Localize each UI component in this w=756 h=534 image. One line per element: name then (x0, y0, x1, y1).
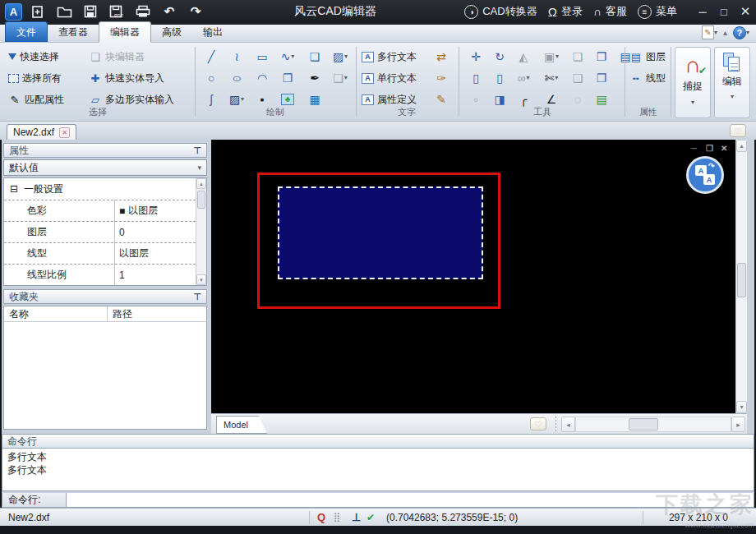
property-grid-scrollbar[interactable]: ▴ ▾ (196, 178, 206, 285)
document-tab[interactable]: New2.dxf ✕ (7, 124, 76, 140)
select-all-button[interactable]: 选择所有 (8, 69, 62, 87)
copy-objects-button[interactable]: ❑ (567, 69, 588, 87)
scroll-down-button[interactable]: ▾ (736, 401, 747, 413)
properties-preset-dropdown[interactable]: 默认值 ▾ (3, 159, 207, 176)
scrollbar-thumb[interactable] (197, 191, 205, 209)
property-row-layer[interactable]: 图层 0 (4, 221, 196, 242)
close-button[interactable]: ✕ (735, 1, 756, 22)
collapse-group-icon: ⊟ (7, 184, 21, 194)
drawing-canvas[interactable]: ─ ❐ ✕ A ↷ A (211, 140, 735, 413)
ellipse-tool-button[interactable]: ○ (226, 69, 247, 87)
selected-solid-rectangle[interactable] (278, 186, 483, 279)
arc-tool-button[interactable]: ◠ (251, 69, 273, 87)
text-scale-button[interactable]: ⇄ (431, 48, 452, 66)
property-group-row[interactable]: ⊟ 一般设置 (4, 178, 196, 200)
quick-entity-import-button[interactable]: ✚ 快速实体导入 (89, 69, 164, 87)
favorites-col-path[interactable]: 路径 (108, 307, 132, 321)
command-history[interactable]: 多行文本 多行文本 (2, 449, 754, 491)
canvas-hscrollbar[interactable] (575, 417, 731, 432)
link-tool-button[interactable]: ∞▾ (513, 69, 534, 87)
redo-button[interactable]: ↷ (185, 2, 206, 21)
rectangle-tool-button[interactable]: ▭ (251, 48, 273, 66)
mtext-button[interactable]: A 多行文本 (362, 48, 417, 66)
open-file-button[interactable] (53, 2, 75, 21)
property-row-linetype[interactable]: 线型 以图层 (4, 242, 196, 264)
grid-toggle-icon[interactable]: ⣿ (334, 512, 340, 522)
rotate-tool-button[interactable]: ↻ (489, 48, 510, 66)
extend-tool-button[interactable]: ▯ (489, 69, 510, 87)
pin-icon[interactable]: ⊤ (193, 292, 201, 302)
cad-converter-button[interactable]: CAD转换器 (482, 4, 537, 19)
canvas-vscrollbar[interactable]: ▴ ▾ (735, 140, 747, 413)
menu-button[interactable]: 菜单 (656, 4, 677, 19)
linetype-button[interactable]: ╍ 线型 (629, 69, 666, 87)
minimize-button[interactable]: ─ (692, 1, 713, 22)
print-button[interactable] (132, 2, 154, 21)
scroll-up-button[interactable]: ▴ (196, 178, 206, 189)
scrollbar-thumb[interactable] (629, 418, 658, 430)
block-sync-button[interactable]: ❐ (591, 69, 612, 87)
tab-advanced[interactable]: 高级 (151, 22, 192, 42)
offset-tool-button[interactable]: ▣▾ (541, 48, 562, 66)
text-edit-button[interactable]: ✑ (431, 69, 452, 87)
block-editor-button[interactable]: ❑ 块编辑器 (89, 48, 145, 66)
collapse-ribbon-button[interactable]: ▴ (723, 28, 727, 37)
model-tab[interactable]: Model (216, 416, 267, 434)
scroll-up-button[interactable]: ▴ (736, 140, 747, 152)
cut-tool-button[interactable]: ✄▾ (541, 69, 562, 87)
document-close-button[interactable]: ✕ (59, 127, 70, 138)
scroll-left-button[interactable]: ◂ (561, 417, 575, 432)
translate-button[interactable]: A ↷ A (686, 156, 724, 194)
favorites-list[interactable] (3, 322, 207, 430)
quick-select-button[interactable]: 快速选择 (8, 48, 59, 66)
ortho-toggle-icon[interactable]: ⊥ (352, 511, 361, 523)
pin-icon[interactable]: ⊤ (193, 145, 201, 156)
login-button[interactable]: 登录 (561, 4, 583, 19)
snap-toggle-icon[interactable]: Q (317, 511, 325, 523)
region-tool-button[interactable]: ▨▾ (330, 48, 351, 66)
block-copy-button[interactable]: ❐ (277, 69, 298, 87)
stext-button[interactable]: A 单行文本 (362, 69, 417, 87)
property-row-color[interactable]: 色彩 ■以图层 (4, 200, 196, 221)
favorites-col-name[interactable]: 名称 (4, 306, 108, 321)
mdi-minimize-button[interactable]: ─ (691, 144, 697, 153)
undo-button[interactable]: ↶ (159, 2, 180, 21)
scroll-right-button[interactable]: ▸ (731, 417, 745, 432)
tabstrip-more-button[interactable]: ♡ (730, 124, 746, 137)
save-as-pdf-button[interactable]: PDF (106, 2, 127, 21)
support-button[interactable]: 客服 (606, 4, 627, 19)
scrollbar-thumb[interactable] (737, 263, 746, 297)
layout-more-button[interactable]: ♡ (530, 417, 546, 430)
scroll-down-button[interactable]: ▾ (196, 274, 206, 285)
mdi-close-button[interactable]: ✕ (721, 144, 727, 153)
command-input[interactable] (67, 493, 754, 507)
edit-mode-button[interactable]: ✎▾ (702, 25, 717, 39)
mdi-restore-button[interactable]: ❐ (706, 144, 713, 153)
move-tool-button[interactable]: ✛ (465, 48, 486, 66)
new-file-button[interactable] (27, 2, 48, 21)
pen-tool-button[interactable]: ✒ (304, 69, 325, 87)
stext-label: 单行文本 (377, 71, 417, 85)
layers-button[interactable]: ▤ 图层 (629, 48, 666, 66)
tab-output[interactable]: 输出 (192, 22, 233, 42)
edit-button[interactable]: 编辑 ▾ (714, 47, 750, 118)
tab-editor[interactable]: 编辑器 (99, 21, 151, 43)
osnap-toggle-icon[interactable]: ✔ (366, 512, 375, 523)
block-insert-button[interactable]: ❏ (304, 48, 325, 66)
tab-viewer[interactable]: 查看器 (48, 22, 99, 42)
save-button[interactable] (80, 2, 101, 21)
copy-tool-button[interactable]: ❏ (567, 48, 588, 66)
help-button[interactable]: ?▾ (733, 26, 749, 39)
tab-file[interactable]: 文件 (5, 21, 48, 42)
duplicate-button[interactable]: ❑▾ (330, 69, 351, 87)
polyline-tool-button[interactable]: ∿▾ (277, 48, 298, 66)
snap-button[interactable]: ∩✔ 捕捉 ▾ (675, 47, 711, 118)
property-row-ltscale[interactable]: 线型比例 1 (4, 264, 196, 285)
mirror-tool-button[interactable]: ◭ (513, 48, 534, 66)
trim-tool-button[interactable]: ▯ (465, 69, 486, 87)
circle-tool-button[interactable]: ○ (201, 69, 222, 87)
freehand-tool-button[interactable]: ≀ (226, 48, 247, 66)
maximize-button[interactable]: □ (713, 1, 735, 22)
block-update-button[interactable]: ❐ (591, 48, 612, 66)
line-tool-button[interactable]: ╱ (201, 48, 222, 66)
